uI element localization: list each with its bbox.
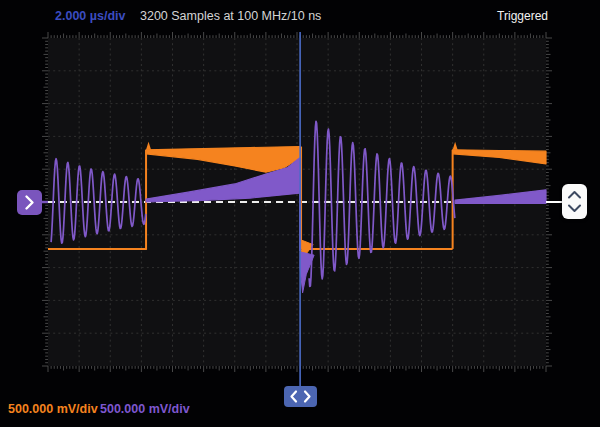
- chevron-up-down-icon: [562, 184, 587, 219]
- trigger-level-handle[interactable]: [562, 184, 587, 219]
- chevron-left-right-icon: [284, 386, 317, 407]
- scope-plot-area[interactable]: [0, 0, 600, 427]
- channel1-scale-label: 500.000 mV/div: [8, 402, 98, 416]
- trigger-position-handle[interactable]: [284, 386, 317, 407]
- chevron-up-icon: [569, 192, 580, 198]
- chevron-right-icon: [305, 392, 310, 402]
- chevron-left-icon: [292, 392, 297, 402]
- channel2-scale-label: 500.000 mV/div: [100, 402, 190, 416]
- oscilloscope-window: 2.000 µs/div 3200 Samples at 100 MHz/10 …: [0, 0, 600, 427]
- chevron-right-icon: [17, 190, 42, 215]
- chevron-down-icon: [569, 206, 580, 212]
- channel2-offset-handle[interactable]: [17, 190, 42, 215]
